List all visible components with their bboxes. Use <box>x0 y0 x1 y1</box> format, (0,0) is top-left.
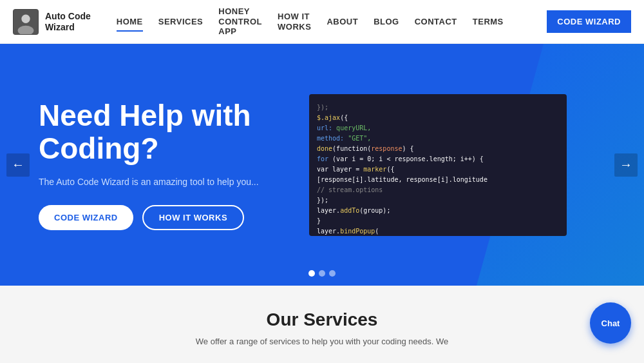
navbar: Auto Code Wizard HOME SERVICES HONEYCONT… <box>0 0 644 44</box>
dot-1[interactable] <box>308 270 315 277</box>
hero-code-image: }); $.ajax({ url: queryURL, method: "GET… <box>309 94 567 236</box>
nav-item-how[interactable]: HOW ITWORKS <box>271 8 317 35</box>
nav-item-blog[interactable]: BLOG <box>367 13 406 30</box>
nav-item-about[interactable]: ABOUT <box>320 13 365 30</box>
hero-content: Need Help with Coding? The Auto Code Wiz… <box>0 99 322 230</box>
nav-cta-button[interactable]: CODE WIZARD <box>547 10 631 34</box>
services-section: Our Services We offer a range of service… <box>0 286 644 363</box>
hero-next-button[interactable]: → <box>614 153 638 177</box>
hero-prev-button[interactable]: ← <box>6 153 30 177</box>
nav-item-honey[interactable]: HONEYCONTROLAPP <box>212 3 269 41</box>
nav-item-terms[interactable]: TERMS <box>466 13 510 30</box>
services-subtitle: We offer a range of services to help you… <box>196 337 448 346</box>
nav-item-services[interactable]: SERVICES <box>152 13 210 30</box>
brand-avatar <box>13 9 39 35</box>
services-title: Our Services <box>267 309 378 330</box>
dot-2[interactable] <box>319 270 325 277</box>
hero-dots <box>308 270 336 277</box>
hero-title: Need Help with Coding? <box>39 99 283 164</box>
nav-item-contact[interactable]: CONTACT <box>408 13 464 30</box>
dot-3[interactable] <box>329 270 336 277</box>
brand-name: Auto Code Wizard <box>45 11 91 33</box>
hero-how-button[interactable]: HOW IT WORKS <box>142 205 244 230</box>
nav-links: HOME SERVICES HONEYCONTROLAPP HOW ITWORK… <box>110 3 547 41</box>
nav-item-home[interactable]: HOME <box>110 13 149 30</box>
hero-subtitle: The Auto Code Wizard is an amazing tool … <box>39 177 283 187</box>
hero-section: ← Need Help with Coding? The Auto Code W… <box>0 44 644 286</box>
brand[interactable]: Auto Code Wizard <box>13 9 91 35</box>
svg-point-1 <box>21 14 30 23</box>
chat-button[interactable]: Chat <box>590 302 631 344</box>
hero-buttons: CODE WIZARD HOW IT WORKS <box>39 205 283 230</box>
hero-cta-button[interactable]: CODE WIZARD <box>39 205 133 230</box>
